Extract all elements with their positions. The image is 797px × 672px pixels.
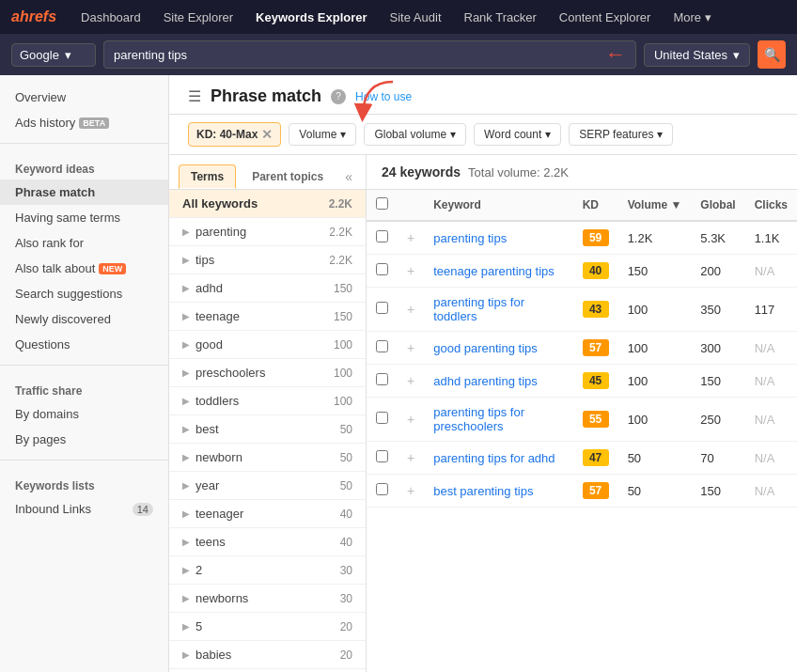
collapse-panel-btn[interactable]: « [341,165,356,188]
keyword-link[interactable]: adhd parenting tips [433,374,538,388]
kw-group-all-keywords[interactable]: All keywords 2.2K [169,190,366,218]
list-item[interactable]: ▶ 2 30 [169,556,366,585]
add-keyword-btn[interactable]: + [407,373,414,388]
sidebar-item-inbound-links[interactable]: Inbound Links 14 [0,496,168,522]
row-checkbox[interactable] [376,483,388,495]
sidebar-item-by-pages[interactable]: By pages [0,427,168,452]
row-checkbox[interactable] [376,263,388,275]
clicks-value: N/A [755,413,775,427]
table-row: + parenting tips for preschoolers 55 100… [367,398,797,442]
list-item[interactable]: ▶ good 100 [169,331,366,359]
row-checkbox[interactable] [376,302,388,314]
keyword-link[interactable]: best parenting tips [433,484,533,498]
sidebar-item-questions[interactable]: Questions [0,332,168,357]
add-keyword-btn[interactable]: + [407,230,414,245]
row-checkbox-cell [367,442,398,475]
row-keyword-cell: parenting tips [424,221,572,255]
add-keyword-btn[interactable]: + [407,302,414,317]
sidebar-item-newly-discovered[interactable]: Newly discovered [0,306,168,332]
table-row: + best parenting tips 57 50 150 N/A [367,475,797,508]
list-item[interactable]: ▶ newborn 50 [169,444,366,472]
country-select[interactable]: United States ▾ [644,43,750,67]
add-keyword-btn[interactable]: + [407,412,414,427]
arrow-indicator: ← [605,42,626,67]
list-item[interactable]: ▶ parenting 2.2K [169,218,366,246]
sidebar-item-ads-history[interactable]: Ads history BETA [0,110,168,135]
sidebar-item-overview[interactable]: Overview [0,85,168,110]
kd-badge: 43 [583,301,609,318]
keyword-link[interactable]: teenage parenting tips [433,264,555,278]
main-layout: Overview Ads history BETA Keyword ideas … [0,75,797,672]
search-input[interactable] [114,48,598,62]
list-item[interactable]: ▶ teens 40 [169,528,366,556]
kd-filter-close[interactable]: ✕ [261,127,273,142]
col-keyword[interactable]: Keyword [424,190,572,221]
list-item[interactable]: ▶ babies 20 [169,641,366,669]
nav-rank-tracker[interactable]: Rank Tracker [455,7,546,28]
tab-terms[interactable]: Terms [179,164,236,189]
search-button[interactable]: 🔍 [758,40,786,69]
nav-keywords-explorer[interactable]: Keywords Explorer [246,7,377,28]
chevron-down-icon: ▾ [657,128,663,141]
serp-features-filter-btn[interactable]: SERP features ▾ [569,123,673,146]
list-item[interactable]: ▶ teenage 150 [169,303,366,331]
help-icon[interactable]: ? [331,89,346,104]
keyword-link[interactable]: parenting tips for adhd [433,451,555,465]
row-checkbox[interactable] [376,230,388,242]
nav-content-explorer[interactable]: Content Explorer [550,7,661,28]
nav-more-button[interactable]: More ▾ [664,7,721,28]
hamburger-icon[interactable]: ☰ [188,87,201,105]
sidebar-item-also-talk-about[interactable]: Also talk about NEW [0,256,168,281]
list-item[interactable]: ▶ tips 2.2K [169,246,366,274]
sidebar-item-search-suggestions[interactable]: Search suggestions [0,281,168,306]
list-item[interactable]: ▶ teenager 40 [169,500,366,528]
kd-filter-chip[interactable]: KD: 40-Max ✕ [188,122,281,147]
list-item[interactable]: ▶ best 50 [169,415,366,444]
list-item[interactable]: ▶ adhd 150 [169,274,366,303]
nav-dashboard[interactable]: Dashboard [71,7,150,28]
col-add [398,190,424,221]
row-checkbox[interactable] [376,373,388,385]
row-checkbox[interactable] [376,412,388,424]
engine-select[interactable]: Google ▾ [11,43,96,67]
list-item[interactable]: ▶ preschoolers 100 [169,359,366,387]
keyword-link[interactable]: parenting tips for toddlers [433,295,524,323]
tab-parent-topics[interactable]: Parent topics [240,164,336,189]
row-checkbox-cell [367,332,398,365]
select-all-checkbox[interactable] [376,197,388,210]
row-checkbox[interactable] [376,450,388,462]
add-keyword-btn[interactable]: + [407,483,414,498]
keyword-link[interactable]: parenting tips [433,231,507,245]
row-clicks-cell: 1.1K [745,221,797,255]
sidebar: Overview Ads history BETA Keyword ideas … [0,75,169,672]
list-item[interactable]: ▶ toddlers 100 [169,387,366,415]
row-keyword-cell: adhd parenting tips [424,365,572,398]
kd-badge: 45 [583,372,609,389]
sidebar-item-having-same-terms[interactable]: Having same terms [0,205,168,230]
col-kd[interactable]: KD [573,190,618,221]
nav-site-audit[interactable]: Site Audit [381,7,451,28]
nav-site-explorer[interactable]: Site Explorer [154,7,242,28]
table-row: + parenting tips for adhd 47 50 70 N/A [367,442,797,475]
keyword-link[interactable]: good parenting tips [433,341,538,355]
row-keyword-cell: good parenting tips [424,332,572,365]
volume-filter-btn[interactable]: Volume ▾ [289,123,356,146]
row-add-cell: + [398,398,424,442]
list-item[interactable]: ▶ 5 20 [169,613,366,641]
sidebar-item-phrase-match[interactable]: Phrase match [0,180,168,205]
list-item[interactable]: ▶ newborns 30 [169,585,366,613]
col-volume[interactable]: Volume ▼ [618,190,692,221]
list-item[interactable]: ▶ year 50 [169,472,366,500]
keyword-panels: Terms Parent topics « All keywords 2.2K … [169,155,797,672]
col-global[interactable]: Global [691,190,744,221]
word-count-filter-btn[interactable]: Word count ▾ [474,123,561,146]
sidebar-item-also-rank-for[interactable]: Also rank for [0,230,168,256]
add-keyword-btn[interactable]: + [407,450,414,465]
add-keyword-btn[interactable]: + [407,263,414,278]
col-clicks[interactable]: Clicks [745,190,797,221]
sidebar-item-by-domains[interactable]: By domains [0,401,168,427]
global-volume-filter-btn[interactable]: Global volume ▾ [364,123,466,146]
row-checkbox[interactable] [376,340,388,352]
keyword-link[interactable]: parenting tips for preschoolers [433,405,524,433]
add-keyword-btn[interactable]: + [407,340,414,355]
